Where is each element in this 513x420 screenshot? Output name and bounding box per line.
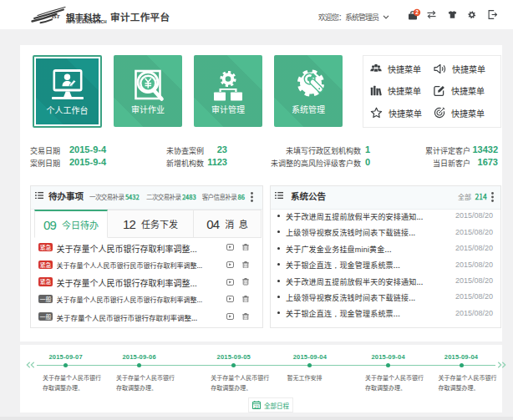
svg-text:2: 2: [415, 9, 419, 15]
svg-text:23: 23: [254, 404, 259, 409]
